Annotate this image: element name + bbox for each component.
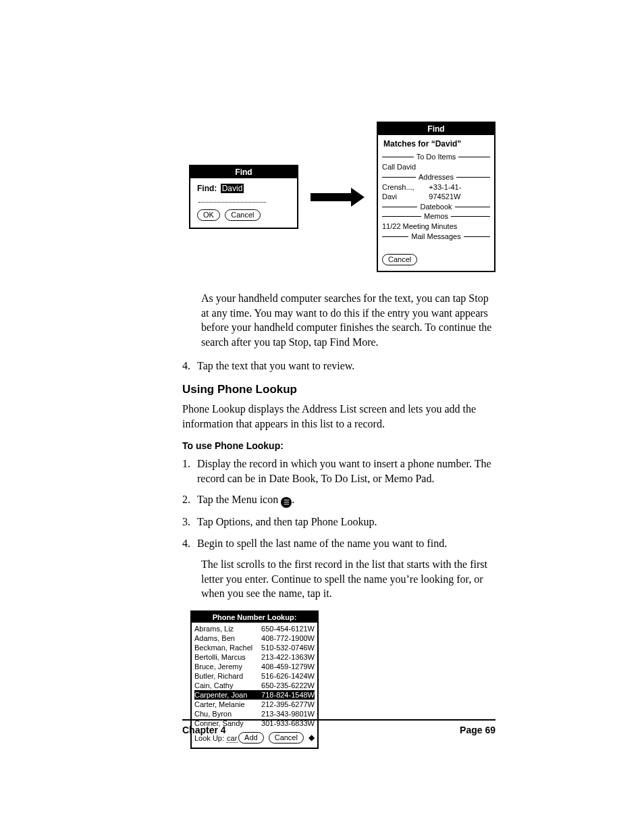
find-input[interactable]: David	[221, 184, 244, 193]
subheading-to-use: To use Phone Lookup:	[182, 440, 495, 451]
cancel-button[interactable]: Cancel	[225, 209, 260, 221]
footer-chapter: Chapter 4	[182, 725, 226, 735]
lookup-row[interactable]: Abrams, Liz650-454-6121W	[194, 624, 315, 633]
lookup-row[interactable]: Carpenter, Joan718-824-1548W	[194, 690, 315, 700]
pl-step-2: 2. Tap the Menu icon ☰.	[182, 492, 495, 508]
body-paragraph: Phone Lookup displays the Address List s…	[182, 402, 495, 431]
lookup-row[interactable]: Bertolli, Marcus213-422-1363W	[194, 652, 315, 662]
figure-find-flow: Find Find: David OK Cancel Find Matches …	[189, 122, 495, 272]
lookup-row[interactable]: Chu, Byron213-343-9801W	[194, 709, 315, 719]
result-todo-item[interactable]: Call David	[382, 162, 490, 172]
lookup-row[interactable]: Cain, Cathy650-235-6222W	[194, 681, 315, 690]
find-input-underline	[198, 201, 266, 203]
section-memos: Memos	[421, 212, 451, 220]
result-memo-item[interactable]: 11/22 Meeting Minutes	[382, 221, 490, 231]
lookup-row[interactable]: Carter, Melanie212-395-6277W	[194, 700, 315, 709]
ok-button[interactable]: OK	[197, 209, 220, 221]
find-label: Find:	[197, 184, 217, 193]
pl-step-4: 4.Begin to spell the last name of the na…	[182, 536, 495, 551]
result-address-item[interactable]: Crensh..., Davi +33-1-41-974521W	[382, 182, 490, 201]
find-results-dialog: Find Matches for “David” To Do Items Cal…	[377, 122, 495, 272]
section-addresses: Addresses	[416, 173, 456, 181]
results-cancel-button[interactable]: Cancel	[382, 254, 417, 265]
phone-lookup-title: Phone Number Lookup:	[192, 612, 317, 623]
section-datebook: Datebook	[417, 203, 454, 211]
find-dialog-title: Find	[190, 166, 297, 178]
lookup-row[interactable]: Bruce, Jeremy408-459-1279W	[194, 662, 315, 671]
matches-for-label: Matches for “David”	[382, 138, 490, 151]
pl-step-1: 1.Display the record in which you want t…	[182, 457, 495, 486]
body-paragraph: The list scrolls to the first record in …	[201, 557, 495, 601]
find-dialog: Find Find: David OK Cancel	[189, 165, 298, 229]
lookup-row[interactable]: Adams, Ben408-772-1900W	[194, 633, 315, 643]
footer-rule	[182, 719, 495, 721]
body-paragraph: As your handheld computer searches for t…	[201, 291, 495, 349]
lookup-row[interactable]: Beckman, Rachel510-532-0746W	[194, 643, 315, 652]
pl-step-3: 3.Tap Options, and then tap Phone Lookup…	[182, 515, 495, 529]
lookup-row[interactable]: Butler, Richard516-626-1424W	[194, 671, 315, 681]
menu-icon: ☰	[281, 497, 292, 508]
footer-page: Page 69	[460, 725, 495, 735]
heading-phone-lookup: Using Phone Lookup	[182, 383, 495, 396]
list-step-4: 4. Tap the text that you want to review.	[182, 359, 495, 373]
arrow-icon	[311, 188, 365, 207]
find-results-title: Find	[378, 123, 494, 135]
section-todo: To Do Items	[414, 153, 459, 161]
section-mail: Mail Messages	[408, 232, 463, 240]
